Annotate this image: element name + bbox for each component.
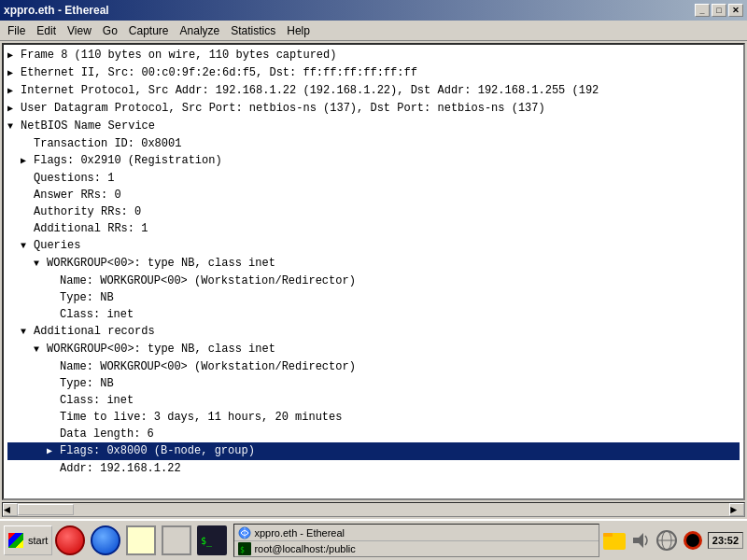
hscroll-right[interactable]: ► bbox=[729, 503, 744, 516]
tree-row-text: Frame 8 (110 bytes on wire, 110 bytes ca… bbox=[21, 49, 336, 62]
tree-row-text: Transaction ID: 0x8001 bbox=[34, 137, 181, 150]
expand-icon[interactable]: ▼ bbox=[34, 256, 47, 273]
title-bar-buttons: _ □ ✕ bbox=[695, 4, 743, 17]
menu-statistics[interactable]: Statistics bbox=[225, 22, 281, 39]
quicklaunch-icon-4[interactable] bbox=[160, 524, 193, 557]
speaker-tray-icon[interactable] bbox=[629, 529, 652, 552]
tree-row-row-frame[interactable]: ▶ Frame 8 (110 bytes on wire, 110 bytes … bbox=[7, 47, 740, 64]
computer-icon bbox=[162, 525, 191, 555]
tree-row-row-data-length[interactable]: Data length: 6 bbox=[7, 426, 740, 442]
tree-row-text: Flags: 0x2910 (Registration) bbox=[34, 154, 222, 167]
tree-row-row-add-class[interactable]: Class: inet bbox=[7, 392, 740, 409]
tree-row-row-queries-workgroup[interactable]: ▼ WORKGROUP<00>: type NB, class inet bbox=[7, 255, 740, 273]
hscroll-left[interactable]: ◄ bbox=[3, 503, 18, 516]
folder-icon bbox=[603, 529, 626, 552]
tree-row-row-additional[interactable]: Additional RRs: 1 bbox=[7, 220, 740, 237]
menu-capture[interactable]: Capture bbox=[123, 22, 175, 39]
ethereal-taskbar-icon bbox=[238, 526, 251, 539]
menu-go[interactable]: Go bbox=[97, 22, 123, 39]
quicklaunch-terminal[interactable]: $_ bbox=[195, 524, 229, 557]
tree-row-row-queries-class[interactable]: Class: inet bbox=[7, 306, 740, 323]
tree-row-row-queries[interactable]: ▼ Queries bbox=[7, 237, 740, 255]
network-icon bbox=[655, 529, 678, 552]
tree-row-row-netbios[interactable]: ▼ NetBIOS Name Service bbox=[7, 118, 740, 135]
minimize-button[interactable]: _ bbox=[695, 4, 710, 17]
tree-row-row-add-name[interactable]: Name: WORKGROUP<00> (Workstation/Redirec… bbox=[7, 358, 740, 375]
menu-edit[interactable]: Edit bbox=[31, 22, 62, 39]
maximize-button[interactable]: □ bbox=[712, 4, 726, 17]
tree-row-text: Additional RRs: 1 bbox=[34, 222, 148, 235]
title-text: xppro.eth - Ethereal bbox=[4, 4, 109, 17]
quicklaunch-icon-2[interactable] bbox=[89, 524, 122, 557]
tree-row-text: User Datagram Protocol, Src Port: netbio… bbox=[21, 102, 545, 115]
hscroll-track[interactable] bbox=[18, 503, 729, 516]
menu-bar: File Edit View Go Capture Analyze Statis… bbox=[0, 21, 747, 41]
tree-row-row-authority[interactable]: Authority RRs: 0 bbox=[7, 203, 740, 220]
horizontal-scrollbar[interactable]: ◄ ► bbox=[2, 502, 745, 517]
expand-icon[interactable]: ▶ bbox=[47, 443, 60, 460]
hscroll-thumb[interactable] bbox=[18, 504, 74, 515]
system-clock: 23:52 bbox=[708, 532, 743, 549]
start-button[interactable]: start bbox=[4, 525, 52, 555]
svg-point-13 bbox=[686, 534, 699, 547]
svg-rect-7 bbox=[603, 533, 613, 537]
tree-row-row-flags2[interactable]: ▶ Flags: 0x8000 (B-node, group) bbox=[7, 442, 740, 460]
taskbar-window-ethereal[interactable]: xppro.eth - Ethereal bbox=[234, 525, 598, 541]
tree-row-text: Type: NB bbox=[60, 291, 114, 304]
tree-row-text: Data length: 6 bbox=[60, 427, 154, 441]
tree-row-row-ip[interactable]: ▶ Internet Protocol, Src Addr: 192.168.1… bbox=[7, 82, 740, 100]
expand-icon[interactable]: ▶ bbox=[7, 83, 21, 100]
expand-icon[interactable]: ▶ bbox=[21, 153, 34, 170]
taskbar-windows[interactable]: xppro.eth - Ethereal $ root@localhost:/p… bbox=[233, 524, 599, 557]
menu-help[interactable]: Help bbox=[281, 22, 316, 39]
tree-row-row-txid[interactable]: Transaction ID: 0x8001 bbox=[7, 135, 740, 152]
menu-file[interactable]: File bbox=[2, 22, 31, 39]
filemanager-tray-icon[interactable] bbox=[603, 529, 626, 552]
tree-row-text: Internet Protocol, Src Addr: 192.168.1.2… bbox=[21, 84, 599, 97]
tree-row-row-addr[interactable]: Addr: 192.168.1.22 bbox=[7, 460, 740, 477]
expand-icon[interactable]: ▼ bbox=[7, 119, 21, 135]
browser-icon bbox=[91, 525, 120, 555]
quicklaunch-icon-1[interactable] bbox=[53, 524, 87, 557]
tree-row-text: Name: WORKGROUP<00> (Workstation/Redirec… bbox=[60, 274, 356, 287]
tree-row-row-ttl[interactable]: Time to live: 3 days, 11 hours, 20 minut… bbox=[7, 409, 740, 426]
network-tray-icon[interactable] bbox=[655, 529, 678, 552]
expand-icon[interactable]: ▼ bbox=[21, 238, 34, 255]
tree-row-text: Additional records bbox=[34, 325, 155, 338]
tree-row-text: Ethernet II, Src: 00:c0:9f:2e:6d:f5, Dst… bbox=[21, 66, 417, 79]
expand-icon[interactable]: ▼ bbox=[34, 342, 47, 358]
tree-row-text: WORKGROUP<00>: type NB, class inet bbox=[47, 257, 275, 270]
tree-row-text: Addr: 192.168.1.22 bbox=[60, 462, 181, 475]
tree-row-row-queries-name[interactable]: Name: WORKGROUP<00> (Workstation/Redirec… bbox=[7, 273, 740, 289]
tree-row-row-add-type[interactable]: Type: NB bbox=[7, 375, 740, 392]
svg-text:$_: $_ bbox=[201, 536, 213, 547]
tree-row-row-additional-records[interactable]: ▼ Additional records bbox=[7, 323, 740, 341]
tree-row-row-add-workgroup[interactable]: ▼ WORKGROUP<00>: type NB, class inet bbox=[7, 341, 740, 358]
tree-row-row-answer[interactable]: Answer RRs: 0 bbox=[7, 187, 740, 203]
redhat-icon bbox=[55, 525, 85, 555]
tree-row-text: Class: inet bbox=[60, 394, 134, 407]
menu-analyze[interactable]: Analyze bbox=[175, 22, 226, 39]
tree-row-row-queries-type[interactable]: Type: NB bbox=[7, 289, 740, 306]
expand-icon[interactable]: ▶ bbox=[7, 48, 21, 64]
close-button[interactable]: ✕ bbox=[728, 4, 743, 17]
svg-marker-8 bbox=[633, 533, 643, 548]
menu-view[interactable]: View bbox=[62, 22, 97, 39]
terminal-taskbar-icon: $ bbox=[238, 542, 251, 555]
tree-row-row-ethernet[interactable]: ▶ Ethernet II, Src: 00:c0:9f:2e:6d:f5, D… bbox=[7, 64, 740, 82]
expand-icon[interactable]: ▼ bbox=[21, 324, 34, 341]
terminal-icon: $_ bbox=[197, 525, 227, 555]
tree-row-text: WORKGROUP<00>: type NB, class inet bbox=[47, 343, 275, 356]
packet-tree[interactable]: ▶ Frame 8 (110 bytes on wire, 110 bytes … bbox=[2, 43, 745, 500]
mail-icon bbox=[126, 525, 156, 555]
expand-icon[interactable]: ▶ bbox=[7, 101, 21, 118]
tree-row-row-udp[interactable]: ▶ User Datagram Protocol, Src Port: netb… bbox=[7, 100, 740, 118]
quicklaunch-icon-3[interactable] bbox=[124, 524, 158, 557]
speaker-icon bbox=[631, 531, 650, 550]
taskbar-window-terminal[interactable]: $ root@localhost:/public bbox=[234, 541, 598, 556]
tree-row-row-questions[interactable]: Questions: 1 bbox=[7, 170, 740, 187]
red-circle-tray[interactable] bbox=[682, 529, 704, 552]
tree-row-row-flags[interactable]: ▶ Flags: 0x2910 (Registration) bbox=[7, 152, 740, 170]
tree-row-text: Questions: 1 bbox=[34, 172, 114, 185]
expand-icon[interactable]: ▶ bbox=[7, 65, 21, 82]
